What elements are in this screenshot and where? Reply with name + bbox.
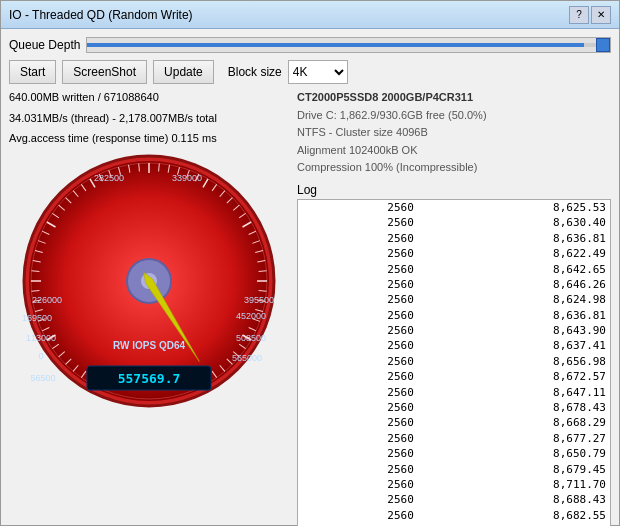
- content-area: Queue Depth Start ScreenShot Update Bloc…: [1, 29, 619, 526]
- drive-fs: NTFS - Cluster size 4096B: [297, 124, 611, 142]
- svg-text:169500: 169500: [22, 313, 52, 323]
- svg-text:0: 0: [38, 351, 43, 361]
- log-row: 25608,677.27: [298, 431, 610, 446]
- log-row: 25608,682.55: [298, 508, 610, 523]
- start-button[interactable]: Start: [9, 60, 56, 84]
- svg-text:508500: 508500: [236, 333, 266, 343]
- svg-line-64: [259, 270, 267, 271]
- log-row: 25608,643.90: [298, 323, 610, 338]
- toolbar-row: Start ScreenShot Update Block size 4K 8K…: [9, 59, 611, 85]
- log-table: 25608,625.5325608,630.4025608,636.812560…: [298, 200, 610, 526]
- block-size-select[interactable]: 4K 8K 16K 32K 64K 128K: [288, 60, 348, 84]
- log-row: 25608,630.40: [298, 215, 610, 230]
- stats-avg-access: Avg.access time (response time) 0.115 ms: [9, 130, 289, 147]
- drive-alignment: Alignment 102400kB OK: [297, 142, 611, 160]
- log-row: 25608,656.98: [298, 354, 610, 369]
- svg-text:282500: 282500: [94, 173, 124, 183]
- drive-model: CT2000P5SSD8 2000GB/P4CR311: [297, 89, 611, 107]
- svg-text:226000: 226000: [32, 295, 62, 305]
- log-row: 25608,622.49: [298, 246, 610, 261]
- left-panel: 640.00MB written / 671088640 34.031MB/s …: [9, 89, 289, 526]
- queue-depth-row: Queue Depth: [9, 35, 611, 55]
- log-row: 25608,688.43: [298, 492, 610, 507]
- log-label: Log: [297, 183, 611, 197]
- log-row: 25608,636.81: [298, 308, 610, 323]
- help-button[interactable]: ?: [569, 6, 589, 24]
- drive-compression: Compression 100% (Incompressible): [297, 159, 611, 177]
- queue-depth-fill: [87, 43, 583, 47]
- log-container[interactable]: 25608,625.5325608,630.4025608,636.812560…: [297, 199, 611, 526]
- svg-line-65: [259, 290, 267, 291]
- stats-written: 640.00MB written / 671088640: [9, 89, 289, 106]
- log-row: 25608,650.79: [298, 446, 610, 461]
- svg-line-34: [31, 290, 39, 291]
- log-row: 25608,636.81: [298, 231, 610, 246]
- log-row: 25608,647.11: [298, 385, 610, 400]
- update-button[interactable]: Update: [153, 60, 214, 84]
- log-row: 25608,672.57: [298, 369, 610, 384]
- title-bar: IO - Threaded QD (Random Write) ? ✕: [1, 1, 619, 29]
- gauge-container: 0 56500 113000 169500 226000 282500 3390…: [19, 151, 279, 411]
- log-row: 25608,637.41: [298, 338, 610, 353]
- log-row: 25608,711.70: [298, 477, 610, 492]
- queue-depth-label: Queue Depth: [9, 38, 80, 52]
- log-row: 25608,646.26: [298, 277, 610, 292]
- svg-text:56500: 56500: [30, 373, 55, 383]
- main-area: 640.00MB written / 671088640 34.031MB/s …: [9, 89, 611, 526]
- right-panel: CT2000P5SSD8 2000GB/P4CR311 Drive C: 1,8…: [297, 89, 611, 526]
- log-row: 25608,679.45: [298, 462, 610, 477]
- log-row: 25608,678.43: [298, 400, 610, 415]
- gauge-value: 557569.7: [118, 371, 181, 386]
- svg-line-50: [159, 163, 160, 171]
- log-row: 25608,624.98: [298, 292, 610, 307]
- drive-c: Drive C: 1,862.9/930.6GB free (50.0%): [297, 107, 611, 125]
- queue-depth-track: [87, 43, 610, 47]
- svg-text:452000: 452000: [236, 311, 266, 321]
- svg-line-49: [139, 163, 140, 171]
- log-row: 25608,625.53: [298, 200, 610, 215]
- queue-depth-thumb[interactable]: [596, 38, 610, 52]
- close-button[interactable]: ✕: [591, 6, 611, 24]
- drive-info: CT2000P5SSD8 2000GB/P4CR311 Drive C: 1,8…: [297, 89, 611, 177]
- svg-text:RW IOPS QD64: RW IOPS QD64: [113, 340, 185, 351]
- log-row: 25608,642.65: [298, 262, 610, 277]
- title-buttons: ? ✕: [569, 6, 611, 24]
- block-size-label: Block size: [228, 65, 282, 79]
- gauge-svg: 0 56500 113000 169500 226000 282500 3390…: [19, 151, 279, 411]
- window-title: IO - Threaded QD (Random Write): [9, 8, 193, 22]
- screenshot-button[interactable]: ScreenShot: [62, 60, 147, 84]
- main-window: IO - Threaded QD (Random Write) ? ✕ Queu…: [0, 0, 620, 526]
- stats-speed: 34.031MB/s (thread) - 2,178.007MB/s tota…: [9, 110, 289, 127]
- svg-line-35: [31, 270, 39, 271]
- queue-depth-slider-container: [86, 37, 611, 53]
- log-row: 25608,668.29: [298, 415, 610, 430]
